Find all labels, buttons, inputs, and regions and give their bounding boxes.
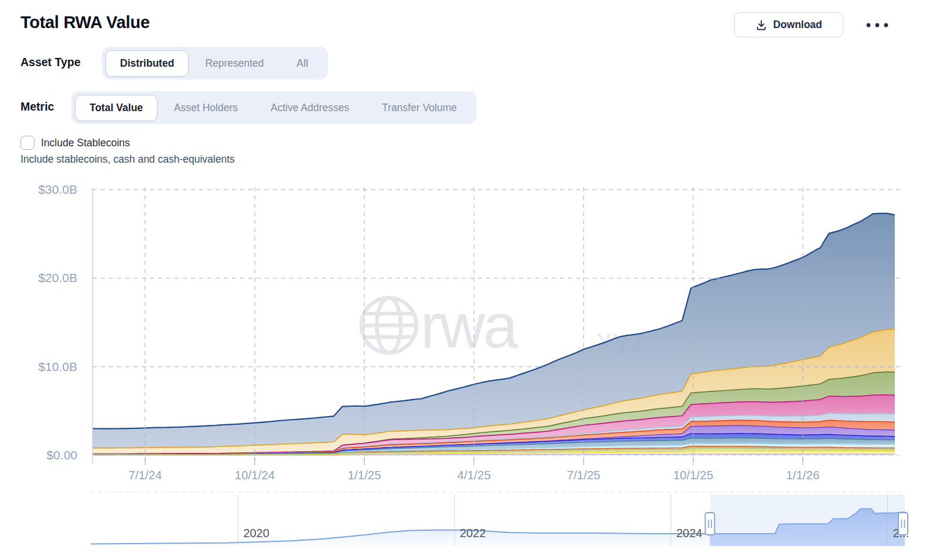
y-tick-label: $0.00 — [46, 448, 77, 462]
nav-year-label: 2022 — [460, 527, 486, 540]
y-tick-label: $10.0B — [38, 360, 77, 373]
globe-icon — [361, 298, 416, 353]
x-tick-label: 7/1/25 — [567, 468, 600, 482]
x-tick-label: 1/1/26 — [786, 468, 819, 482]
y-tick-label: $30.0B — [38, 183, 77, 196]
nav-year-label: 2020 — [243, 527, 269, 540]
x-tick-label: 10/1/24 — [235, 468, 275, 482]
x-tick-label: 4/1/25 — [457, 468, 491, 482]
rwa-analytics-page: Total RWA Value Download Asset Type Dist… — [0, 0, 937, 560]
nav-handle-right[interactable] — [898, 513, 908, 535]
date-range-navigator[interactable]: 2020202220242... — [91, 492, 909, 546]
x-tick-label: 1/1/25 — [348, 468, 381, 482]
watermark-text: rwa — [420, 291, 518, 361]
nav-year-label: 2024 — [676, 527, 703, 540]
x-tick-label: 10/1/25 — [673, 468, 713, 482]
y-tick-label: $20.0B — [38, 271, 77, 284]
nav-handle-left[interactable] — [705, 513, 714, 535]
total-rwa-value-chart[interactable]: rwa.xyz$0.00$10.0B$20.0B$30.0B7/1/2410/1… — [0, 0, 937, 560]
x-tick-label: 7/1/24 — [128, 468, 162, 482]
